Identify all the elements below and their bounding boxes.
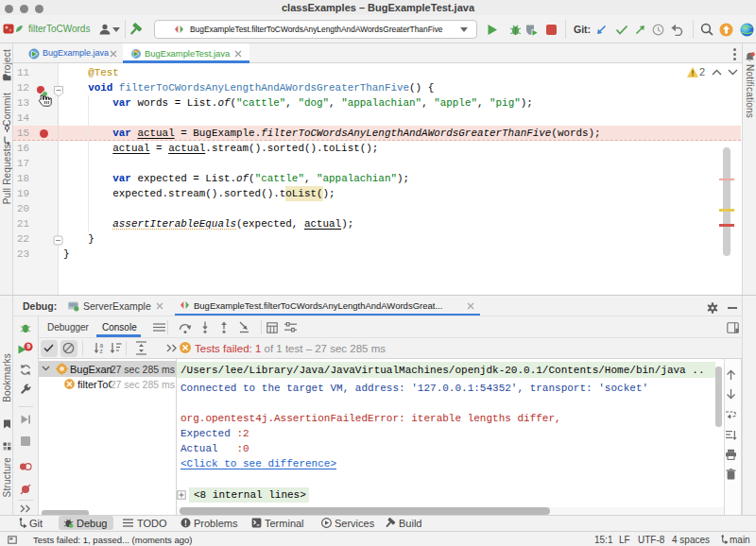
svg-text:9: 9 — [26, 343, 30, 350]
svg-text:z: z — [100, 348, 103, 354]
